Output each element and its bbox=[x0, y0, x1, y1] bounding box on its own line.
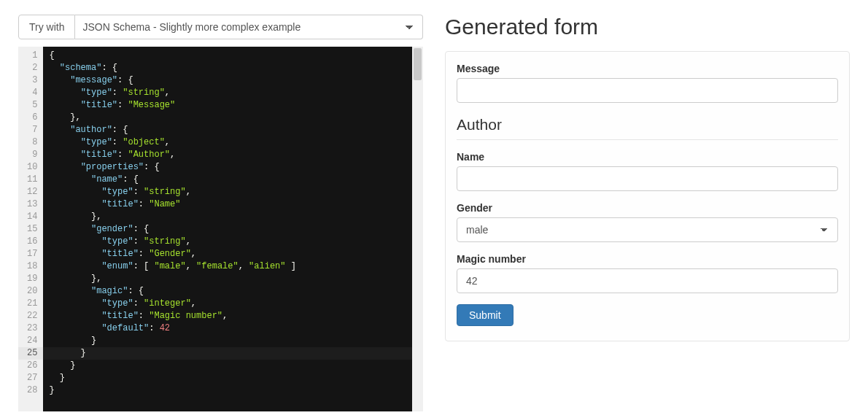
trywith-select[interactable]: JSON Schema - Slightly more complex exam… bbox=[75, 15, 423, 39]
editor-scrollbar[interactable] bbox=[412, 47, 423, 411]
magic-input[interactable] bbox=[457, 268, 838, 293]
submit-button[interactable]: Submit bbox=[457, 304, 514, 326]
editor-code[interactable]: { "schema": { "message": { "type": "stri… bbox=[43, 47, 412, 411]
name-group: Name bbox=[457, 151, 838, 191]
page-title: Generated form bbox=[445, 15, 850, 39]
magic-group: Magic number bbox=[457, 253, 838, 293]
message-input[interactable] bbox=[457, 78, 838, 103]
message-label: Message bbox=[457, 63, 838, 74]
generated-form: Message Author Name Gender male Magic nu… bbox=[445, 51, 850, 341]
trywith-toolbar: Try with JSON Schema - Slightly more com… bbox=[18, 15, 423, 39]
scrollbar-thumb[interactable] bbox=[414, 48, 422, 80]
name-label: Name bbox=[457, 151, 838, 163]
name-input[interactable] bbox=[457, 166, 838, 191]
author-legend: Author bbox=[457, 116, 838, 140]
gender-group: Gender male bbox=[457, 202, 838, 242]
trywith-button[interactable]: Try with bbox=[18, 15, 75, 39]
message-group: Message bbox=[457, 63, 838, 103]
gender-label: Gender bbox=[457, 202, 838, 214]
code-editor[interactable]: 1 2 3 4 5 6 7 8 9 10 11 12 13 14 15 16 1… bbox=[18, 47, 423, 411]
editor-gutter: 1 2 3 4 5 6 7 8 9 10 11 12 13 14 15 16 1… bbox=[18, 47, 43, 411]
gender-select[interactable]: male bbox=[457, 217, 838, 242]
magic-label: Magic number bbox=[457, 253, 838, 265]
